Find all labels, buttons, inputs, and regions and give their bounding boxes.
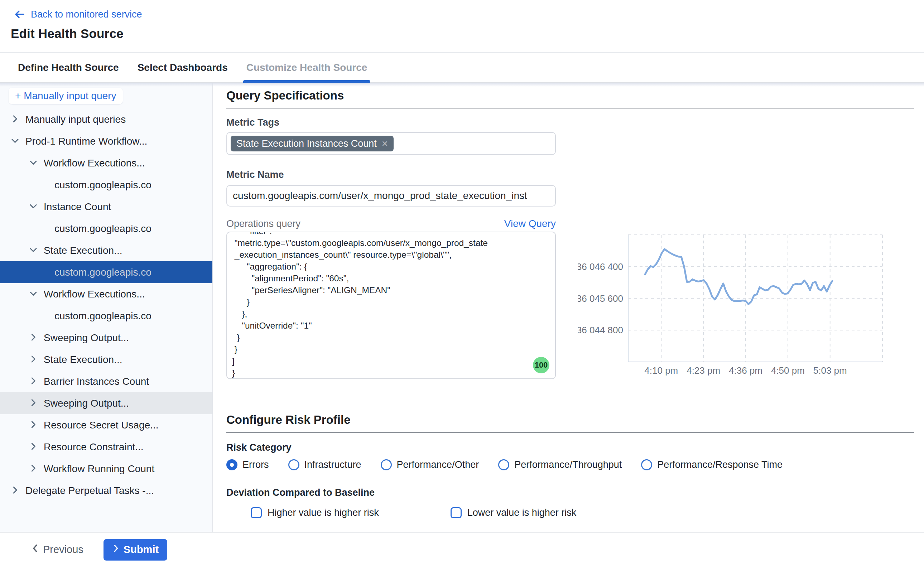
- configure-risk-profile-heading: Configure Risk Profile: [226, 412, 924, 428]
- tree-item-state-execution[interactable]: State Execution...: [0, 240, 212, 261]
- submit-button[interactable]: Submit: [104, 539, 167, 561]
- back-link[interactable]: Back to monitored service: [13, 7, 924, 21]
- tree-item-workflow-running-count[interactable]: Workflow Running Count: [0, 458, 212, 480]
- back-arrow-icon: [13, 9, 26, 20]
- radio-icon[interactable]: [381, 459, 392, 470]
- tree-item-sweeping-output[interactable]: Sweeping Output...: [0, 327, 212, 349]
- chevron-right-icon[interactable]: [10, 114, 20, 126]
- radio-selected-icon[interactable]: [226, 459, 237, 470]
- tree-item-custom-googleapis-co[interactable]: custom.googleapis.co: [0, 261, 212, 283]
- tree-item-label: Prod-1 Runtime Workflow...: [26, 136, 147, 147]
- submit-button-label: Submit: [123, 544, 159, 555]
- chevron-right-icon[interactable]: [28, 332, 39, 344]
- tree-item-custom-googleapis-co[interactable]: custom.googleapis.co: [0, 218, 212, 240]
- view-query-link[interactable]: View Query: [504, 218, 556, 230]
- previous-button[interactable]: Previous: [31, 543, 83, 556]
- chevron-left-icon: [31, 543, 40, 556]
- line-chart-svg: 36 046 40036 045 60036 044 8004:10 pm4:2…: [578, 232, 893, 386]
- deviation-option-higher-value-is-higher-risk[interactable]: Higher value is higher risk: [251, 507, 379, 519]
- metric-tag-chip: State Execution Instances Count ×: [231, 136, 394, 152]
- tree-item-prod-1-runtime-workflow[interactable]: Prod-1 Runtime Workflow...: [0, 130, 212, 152]
- checkbox-icon[interactable]: [251, 507, 262, 518]
- tab-select-dashboards[interactable]: Select Dashboards: [134, 53, 231, 82]
- query-specifications-heading: Query Specifications: [226, 88, 924, 104]
- risk-category-radio-group: ErrorsInfrastructurePerformance/OtherPer…: [226, 459, 924, 471]
- risk-option-label: Performance/Response Time: [657, 459, 783, 471]
- tree-item-label: custom.googleapis.co: [54, 179, 152, 191]
- risk-option-performance-response-time[interactable]: Performance/Response Time: [641, 459, 783, 471]
- deviation-label: Deviation Compared to Baseline: [226, 486, 924, 499]
- chevron-down-icon[interactable]: [10, 135, 20, 147]
- tree-item-resource-constraint[interactable]: Resource Constraint...: [0, 436, 212, 458]
- previous-button-label: Previous: [43, 544, 83, 555]
- x-axis-tick-label: 4:50 pm: [771, 365, 805, 376]
- tree-item-workflow-executions[interactable]: Workflow Executions...: [0, 283, 212, 305]
- risk-option-infrastructure[interactable]: Infrastructure: [288, 459, 361, 471]
- add-manual-query-button[interactable]: + Manually input query: [9, 88, 123, 104]
- radio-icon[interactable]: [288, 459, 299, 470]
- page-header: Back to monitored service Edit Health So…: [0, 0, 924, 53]
- tree-item-state-execution[interactable]: State Execution...: [0, 349, 212, 370]
- chip-close-icon[interactable]: ×: [382, 138, 388, 149]
- page-title: Edit Health Source: [11, 27, 924, 41]
- tree-item-custom-googleapis-co[interactable]: custom.googleapis.co: [0, 305, 212, 327]
- operations-query-code: "filter": "metric.type=\"custom.googleap…: [227, 232, 555, 379]
- tree-item-custom-googleapis-co[interactable]: custom.googleapis.co: [0, 174, 212, 196]
- chevron-right-icon[interactable]: [10, 484, 20, 497]
- tree-item-label: Delegate Perpetual Tasks -...: [26, 485, 154, 496]
- chevron-down-icon[interactable]: [28, 201, 39, 213]
- metric-tags-label: Metric Tags: [226, 116, 924, 129]
- radio-icon[interactable]: [641, 459, 652, 470]
- radio-icon[interactable]: [498, 459, 509, 470]
- tree-item-label: Manually input queries: [26, 114, 126, 125]
- metric-name-input[interactable]: custom.googleapis.com/user/x_mongo_prod_…: [226, 185, 556, 207]
- tree-item-instance-count[interactable]: Instance Count: [0, 196, 212, 218]
- risk-option-errors[interactable]: Errors: [226, 459, 269, 471]
- tree-item-label: Sweeping Output...: [44, 398, 129, 409]
- chevron-down-icon[interactable]: [28, 288, 39, 300]
- deviation-option-lower-value-is-higher-risk[interactable]: Lower value is higher risk: [451, 507, 577, 519]
- tree-item-label: State Execution...: [44, 354, 122, 366]
- tree-item-label: Workflow Executions...: [44, 158, 145, 169]
- deviation-option-label: Higher value is higher risk: [267, 507, 379, 519]
- back-link-label[interactable]: Back to monitored service: [31, 9, 142, 20]
- tree-item-label: Barrier Instances Count: [44, 376, 149, 387]
- risk-category-label: Risk Category: [226, 441, 924, 453]
- chevron-right-icon[interactable]: [28, 463, 39, 475]
- tree-item-label: Workflow Executions...: [44, 288, 145, 300]
- risk-option-label: Performance/Throughput: [514, 459, 622, 471]
- tree-item-label: State Execution...: [44, 245, 122, 256]
- footer-bar: Previous Submit: [0, 532, 924, 566]
- tree-item-sweeping-output[interactable]: Sweeping Output...: [0, 392, 212, 414]
- tree-item-workflow-executions[interactable]: Workflow Executions...: [0, 152, 212, 174]
- tab-define-health-source[interactable]: Define Health Source: [15, 53, 122, 82]
- metric-tags-input[interactable]: State Execution Instances Count ×: [226, 132, 556, 155]
- tree-item-delegate-perpetual-tasks[interactable]: Delegate Perpetual Tasks -...: [0, 480, 212, 501]
- content-area: + Manually input query Manually input qu…: [0, 82, 924, 532]
- chevron-right-icon[interactable]: [28, 375, 39, 388]
- risk-option-performance-throughput[interactable]: Performance/Throughput: [498, 459, 622, 471]
- tree-item-label: Instance Count: [44, 201, 111, 213]
- deviation-checkbox-group: Higher value is higher riskLower value i…: [251, 507, 924, 519]
- tree-item-manually-input-queries[interactable]: Manually input queries: [0, 108, 212, 130]
- checkbox-icon[interactable]: [451, 507, 462, 518]
- main-panel: Query Specifications Metric Tags State E…: [213, 82, 924, 532]
- operations-query-label: Operations query: [226, 218, 300, 230]
- chevron-right-icon[interactable]: [28, 354, 39, 366]
- chevron-right-icon[interactable]: [28, 398, 39, 410]
- tree-item-barrier-instances-count[interactable]: Barrier Instances Count: [0, 370, 212, 392]
- x-axis-tick-label: 4:23 pm: [687, 365, 720, 376]
- x-axis-tick-label: 5:03 pm: [813, 365, 847, 376]
- active-tab-underline: [243, 80, 371, 82]
- y-axis-tick-label: 36 046 400: [578, 261, 623, 272]
- tree-item-resource-secret-usage[interactable]: Resource Secret Usage...: [0, 414, 212, 436]
- metric-name-label: Metric Name: [226, 169, 924, 181]
- operations-query-textarea[interactable]: "filter": "metric.type=\"custom.googleap…: [226, 232, 556, 379]
- tab-customize-health-source[interactable]: Customize Health Source: [243, 53, 371, 82]
- chevron-down-icon[interactable]: [28, 157, 39, 170]
- risk-option-performance-other[interactable]: Performance/Other: [381, 459, 479, 471]
- chevron-right-icon[interactable]: [28, 419, 39, 431]
- tree-item-label: custom.googleapis.co: [54, 267, 152, 278]
- chevron-right-icon[interactable]: [28, 441, 39, 453]
- chevron-down-icon[interactable]: [28, 244, 39, 256]
